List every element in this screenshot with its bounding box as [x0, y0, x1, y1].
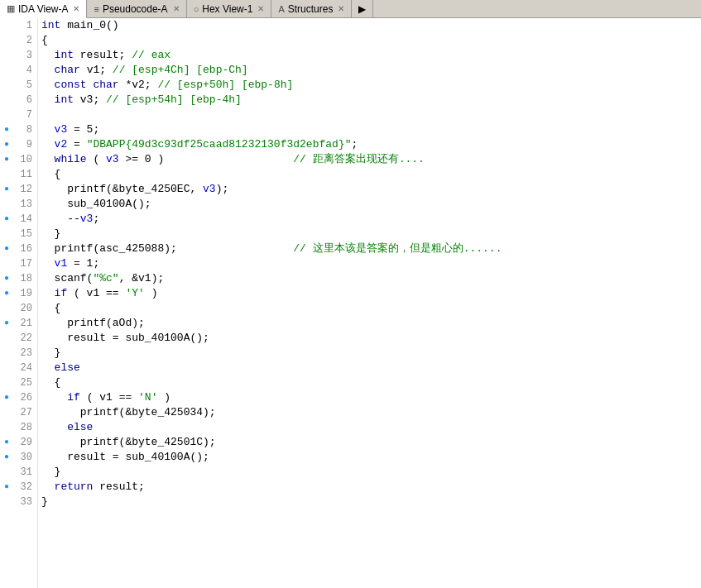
code-line-16: printf(asc_425088); // 这里本该是答案的，但是粗心的...… — [41, 241, 701, 256]
code-line-19: if ( v1 == 'Y' ) — [41, 286, 701, 301]
bp-dot-4[interactable] — [0, 63, 13, 78]
token-plain: printf(&byte_425034); — [41, 405, 216, 420]
tab-close-hex-view[interactable]: ✕ — [257, 4, 264, 13]
line-num-21: 21 — [17, 316, 32, 331]
token-blue-var: v2 — [55, 137, 68, 152]
line-num-7: 7 — [17, 108, 32, 122]
token-kw: int — [55, 93, 74, 108]
line-num-6: 6 — [17, 93, 32, 108]
bp-dot-26[interactable] — [0, 390, 13, 405]
token-str: "%c" — [93, 271, 118, 286]
bp-dot-18[interactable] — [0, 271, 13, 286]
token-kw: else — [55, 361, 80, 375]
line-num-28: 28 — [17, 420, 32, 435]
tab-close-ida-view[interactable]: ✕ — [73, 4, 79, 13]
token-kw: char — [55, 63, 80, 78]
tab-close-structures[interactable]: ✕ — [338, 4, 344, 13]
token-blue-var: v3 — [55, 122, 68, 137]
token-plain — [41, 286, 55, 301]
token-plain — [41, 480, 55, 495]
code-line-18: scanf("%c", &v1); — [41, 271, 701, 286]
code-line-13: sub_40100A(); — [41, 197, 701, 212]
bp-dot-9[interactable] — [0, 137, 13, 152]
line-num-11: 11 — [17, 167, 32, 182]
token-plain: ); — [216, 182, 229, 197]
bp-dot-20[interactable] — [0, 301, 13, 316]
bp-dot-22[interactable] — [0, 331, 13, 346]
bp-dot-8[interactable] — [0, 122, 13, 137]
tab-icon-hex-view: ○ — [194, 4, 199, 14]
bp-dot-13[interactable] — [0, 197, 13, 212]
line-num-5: 5 — [17, 78, 32, 93]
tab-more[interactable]: ▶ — [352, 0, 373, 17]
bp-dot-7[interactable] — [0, 108, 13, 122]
line-num-17: 17 — [17, 256, 32, 271]
bp-dot-28[interactable] — [0, 420, 13, 435]
bp-dot-32[interactable] — [0, 480, 13, 495]
tab-close-pseudocode[interactable]: ✕ — [173, 4, 180, 13]
bp-dot-1[interactable] — [0, 18, 13, 33]
tab-structures[interactable]: AStructures✕ — [271, 0, 352, 17]
bp-dot-3[interactable] — [0, 48, 13, 63]
code-line-2: { — [41, 33, 701, 48]
line-num-16: 16 — [17, 241, 32, 256]
bp-dot-23[interactable] — [0, 346, 13, 361]
code-line-12: printf(&byte_4250EC, v3); — [41, 182, 701, 197]
bp-dot-25[interactable] — [0, 375, 13, 390]
bp-dot-21[interactable] — [0, 316, 13, 331]
line-num-29: 29 — [17, 435, 32, 450]
code-line-22: result = sub_40100A(); — [41, 331, 701, 346]
bp-dot-15[interactable] — [0, 227, 13, 241]
bp-dot-10[interactable] — [0, 152, 13, 167]
bp-dot-29[interactable] — [0, 435, 13, 450]
token-str: 'Y' — [125, 286, 144, 301]
token-kw: else — [67, 420, 93, 435]
tab-ida-view[interactable]: ▦IDA View-A✕ — [0, 0, 87, 18]
token-cmt: // [esp+4Ch] [ebp-Ch] — [113, 63, 248, 78]
token-plain — [41, 93, 55, 108]
bp-dot-16[interactable] — [0, 241, 13, 256]
app-window: ▦IDA View-A✕≡Pseudocode-A✕○Hex View-1✕AS… — [0, 0, 701, 588]
line-num-23: 23 — [17, 346, 32, 361]
bp-dot-14[interactable] — [0, 212, 13, 227]
token-plain: ( v1 == — [80, 390, 138, 405]
bp-dot-17[interactable] — [0, 256, 13, 271]
code-line-20: { — [41, 301, 701, 316]
token-plain: ; — [351, 137, 358, 152]
code-line-5: const char *v2; // [esp+50h] [ebp-8h] — [41, 78, 701, 93]
line-num-30: 30 — [17, 450, 32, 465]
code-line-17: v1 = 1; — [41, 256, 701, 271]
token-plain: { — [41, 167, 60, 182]
bp-dot-24[interactable] — [0, 361, 13, 375]
line-num-14: 14 — [17, 212, 32, 227]
bp-dot-6[interactable] — [0, 93, 13, 108]
token-plain: ( — [87, 152, 106, 167]
line-num-20: 20 — [17, 301, 32, 316]
token-cmt: // eax — [132, 48, 170, 63]
token-plain — [41, 48, 55, 63]
code-line-14: --v3; — [41, 212, 701, 227]
tab-hex-view[interactable]: ○Hex View-1✕ — [187, 0, 272, 17]
token-plain: scanf( — [41, 271, 93, 286]
line-num-8: 8 — [17, 122, 32, 137]
tab-pseudocode[interactable]: ≡Pseudocode-A✕ — [87, 0, 186, 17]
bp-dot-5[interactable] — [0, 78, 13, 93]
line-num-13: 13 — [17, 197, 32, 212]
bp-dot-31[interactable] — [0, 465, 13, 480]
code-line-28: else — [41, 420, 701, 435]
bp-dot-30[interactable] — [0, 450, 13, 465]
bp-dot-27[interactable] — [0, 405, 13, 420]
token-cmt: // 这里本该是答案的，但是粗心的...... — [293, 241, 502, 256]
token-str: "DBAPP{49d3c93df25caad81232130f3d2ebfad}… — [87, 137, 352, 152]
bp-dot-33[interactable] — [0, 495, 13, 509]
tab-label-ida-view: IDA View-A — [18, 3, 68, 15]
bp-dot-11[interactable] — [0, 167, 13, 182]
token-plain: } — [41, 495, 48, 509]
token-kw: while — [55, 152, 87, 167]
line-num-31: 31 — [17, 465, 32, 480]
bp-dot-2[interactable] — [0, 33, 13, 48]
bp-dot-19[interactable] — [0, 286, 13, 301]
token-plain — [41, 63, 55, 78]
bp-dot-12[interactable] — [0, 182, 13, 197]
line-num-1: 1 — [17, 18, 32, 33]
